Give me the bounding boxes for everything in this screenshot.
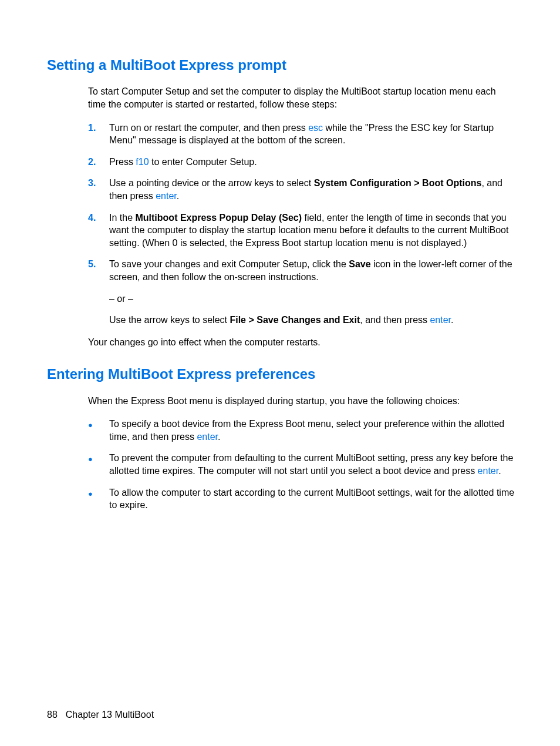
- text: to enter Computer Setup.: [149, 157, 257, 167]
- step-3: 3. Use a pointing device or the arrow ke…: [88, 177, 516, 202]
- step-number: 3.: [88, 177, 109, 190]
- text: .: [498, 466, 501, 476]
- key-enter: enter: [156, 191, 177, 201]
- bullet-icon: ●: [88, 452, 109, 465]
- text: .: [451, 315, 453, 325]
- chapter-label: Chapter 13 MultiBoot: [66, 710, 154, 720]
- text: Turn on or restart the computer, and the…: [109, 123, 308, 133]
- page-footer: 88Chapter 13 MultiBoot: [47, 708, 154, 721]
- step-number: 4.: [88, 211, 109, 224]
- bullet-content: To allow the computer to start according…: [109, 486, 516, 512]
- bullet-content: To specify a boot device from the Expres…: [109, 418, 516, 443]
- bullet-item: ● To allow the computer to start accordi…: [88, 486, 516, 512]
- bullets-list: ● To specify a boot device from the Expr…: [88, 418, 516, 512]
- bullet-item: ● To prevent the computer from defaultin…: [88, 452, 516, 477]
- step-content: Press f10 to enter Computer Setup.: [109, 156, 516, 169]
- key-enter: enter: [430, 315, 451, 325]
- step-content: Turn on or restart the computer, and the…: [109, 122, 516, 147]
- text: To save your changes and exit Computer S…: [109, 259, 349, 269]
- step-number: 1.: [88, 122, 109, 135]
- text: , and then press: [360, 315, 430, 325]
- step-1: 1. Turn on or restart the computer, and …: [88, 122, 516, 147]
- section-heading-entering: Entering MultiBoot Express preferences: [47, 365, 516, 384]
- bold-text: Multiboot Express Popup Delay (Sec): [135, 213, 302, 223]
- text: .: [218, 432, 220, 442]
- text: .: [177, 191, 179, 201]
- key-f10: f10: [136, 157, 149, 167]
- step-4: 4. In the Multiboot Express Popup Delay …: [88, 211, 516, 250]
- or-separator: – or –: [109, 293, 516, 305]
- bold-text: File > Save Changes and Exit: [230, 315, 360, 325]
- bullet-item: ● To specify a boot device from the Expr…: [88, 418, 516, 443]
- bullet-icon: ●: [88, 486, 109, 499]
- text: Use the arrow keys to select: [109, 315, 230, 325]
- bullet-icon: ●: [88, 418, 109, 431]
- step-content: Use a pointing device or the arrow keys …: [109, 177, 516, 202]
- step-number: 5.: [88, 258, 109, 271]
- step-number: 2.: [88, 156, 109, 169]
- section2-intro: When the Express Boot menu is displayed …: [88, 395, 516, 408]
- key-esc: esc: [308, 123, 323, 133]
- step-5: 5. To save your changes and exit Compute…: [88, 258, 516, 326]
- text: In the: [109, 213, 135, 223]
- text: Press: [109, 157, 136, 167]
- text: To prevent the computer from defaulting …: [109, 453, 513, 476]
- key-enter: enter: [478, 466, 499, 476]
- bullet-content: To prevent the computer from defaulting …: [109, 452, 516, 477]
- page-number: 88: [47, 710, 58, 720]
- text: To allow the computer to start according…: [109, 488, 514, 510]
- section1-intro: To start Computer Setup and set the comp…: [88, 85, 516, 110]
- step-content: In the Multiboot Express Popup Delay (Se…: [109, 211, 516, 250]
- alt-instruction: Use the arrow keys to select File > Save…: [109, 314, 516, 327]
- step-2: 2. Press f10 to enter Computer Setup.: [88, 156, 516, 169]
- steps-list: 1. Turn on or restart the computer, and …: [88, 122, 516, 327]
- text: Use a pointing device or the arrow keys …: [109, 178, 314, 188]
- section-heading-setting: Setting a MultiBoot Express prompt: [47, 56, 516, 75]
- text: To specify a boot device from the Expres…: [109, 419, 504, 442]
- section1-conclusion: Your changes go into effect when the com…: [88, 336, 516, 349]
- step-content: To save your changes and exit Computer S…: [109, 258, 516, 326]
- bold-text: System Configuration > Boot Options: [314, 178, 482, 188]
- bold-text: Save: [349, 259, 370, 269]
- key-enter: enter: [197, 432, 218, 442]
